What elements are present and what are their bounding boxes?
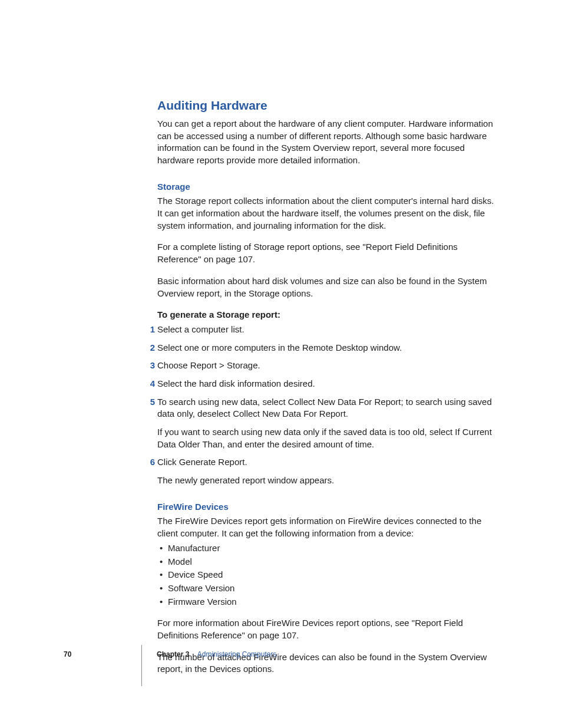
step-number: 1 — [147, 324, 155, 336]
step-text: Click Generate Report. — [157, 457, 247, 467]
step-item: 5 To search using new data, select Colle… — [157, 396, 499, 451]
step-text: Select one or more computers in the Remo… — [157, 342, 402, 353]
step-extra: If you want to search using new data onl… — [157, 426, 499, 450]
firewire-heading: FireWire Devices — [157, 501, 499, 513]
list-item: Software Version — [157, 582, 499, 595]
list-item: Device Speed — [157, 569, 499, 581]
chapter-label: Chapter 3 — [157, 650, 189, 658]
step-item: 4 Select the hard disk information desir… — [157, 378, 499, 390]
firewire-bullets: Manufacturer Model Device Speed Software… — [157, 542, 499, 608]
storage-heading: Storage — [157, 181, 499, 193]
storage-p3: Basic information about hard disk volume… — [157, 275, 499, 299]
footer-chapter: Chapter 3 Administering Computers — [157, 650, 276, 660]
storage-p2: For a complete listing of Storage report… — [157, 241, 499, 265]
firewire-p1: The FireWire Devices report gets informa… — [157, 515, 499, 539]
firewire-p2: For more information about FireWire Devi… — [157, 617, 499, 641]
step-item: 3 Choose Report > Storage. — [157, 360, 499, 372]
intro-paragraph: You can get a report about the hardware … — [157, 118, 499, 167]
step-item: 1 Select a computer list. — [157, 324, 499, 336]
step-text: Select a computer list. — [157, 324, 244, 334]
step-number: 4 — [147, 378, 155, 390]
footer-divider — [141, 645, 142, 686]
storage-howto-heading: To generate a Storage report: — [157, 309, 499, 321]
storage-steps: 1 Select a computer list. 2 Select one o… — [157, 324, 499, 487]
page-footer: 70 Chapter 3 Administering Computers — [64, 650, 500, 660]
list-item: Manufacturer — [157, 542, 499, 555]
step-number: 6 — [147, 456, 155, 469]
page-number: 70 — [64, 650, 78, 660]
step-item: 2 Select one or more computers in the Re… — [157, 342, 499, 354]
body-column: Auditing Hardware You can get a report a… — [157, 97, 499, 685]
chapter-title: Administering Computers — [197, 650, 277, 658]
storage-p1: The Storage report collects information … — [157, 195, 499, 232]
step-text: To search using new data, select Collect… — [157, 397, 492, 419]
step-number: 5 — [147, 396, 155, 409]
list-item: Model — [157, 556, 499, 568]
step-text: Select the hard disk information desired… — [157, 378, 315, 388]
step-extra: The newly generated report window appear… — [157, 475, 499, 487]
document-page: Auditing Hardware You can get a report a… — [0, 0, 562, 728]
list-item: Firmware Version — [157, 596, 499, 608]
step-item: 6 Click Generate Report. The newly gener… — [157, 456, 499, 486]
section-heading: Auditing Hardware — [157, 97, 499, 114]
step-text: Choose Report > Storage. — [157, 360, 260, 370]
step-number: 3 — [147, 360, 155, 372]
step-number: 2 — [147, 342, 155, 354]
